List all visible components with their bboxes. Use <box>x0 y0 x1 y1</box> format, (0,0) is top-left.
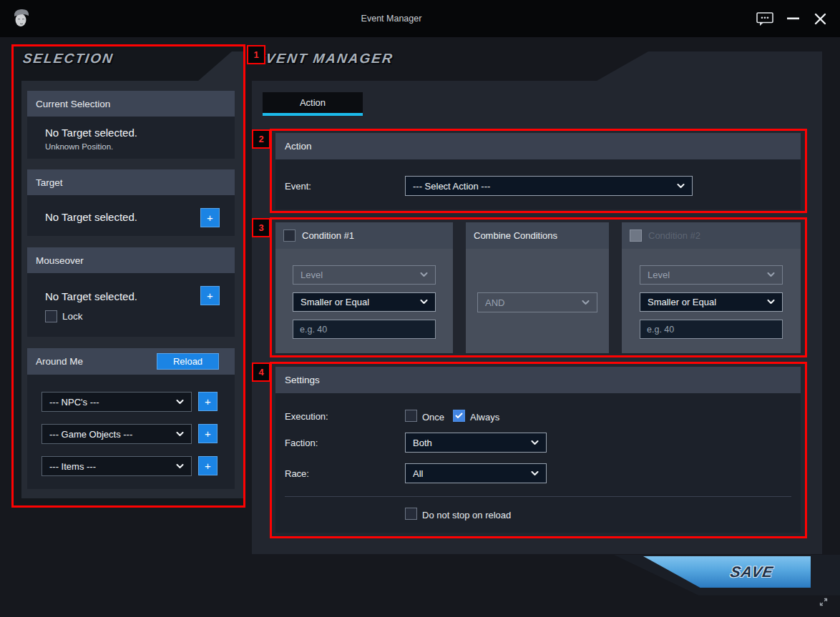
plus-icon: + <box>207 212 213 223</box>
once-label: Once <box>422 412 444 423</box>
chevron-down-icon <box>767 272 775 277</box>
condition-2-field-dropdown: Level <box>640 265 783 285</box>
reload-button[interactable]: Reload <box>157 353 219 370</box>
items-dropdown-value: --- Items --- <box>49 461 96 472</box>
chevron-down-icon <box>176 400 184 405</box>
resize-grip-icon[interactable] <box>819 597 829 609</box>
chevron-down-icon <box>176 464 184 469</box>
app-icon <box>11 7 31 31</box>
target-add-button[interactable]: + <box>200 208 220 227</box>
current-selection-header: Current Selection <box>27 91 235 117</box>
chevron-down-icon <box>176 432 184 437</box>
condition-1-field-value: Level <box>301 270 323 280</box>
annotation-badge-2: 2 <box>252 129 270 149</box>
condition-2-operator-value: Smaller or Equal <box>648 297 716 307</box>
faction-label: Faction: <box>285 438 318 448</box>
combine-operator-value: AND <box>485 297 504 308</box>
plus-icon: + <box>207 290 213 301</box>
chevron-down-icon <box>767 300 775 305</box>
annotation-badge-3: 3 <box>252 218 270 237</box>
chevron-down-icon <box>677 184 685 189</box>
npc-add-button[interactable]: + <box>198 392 218 411</box>
action-section-header: Action <box>275 133 801 159</box>
chevron-down-icon <box>420 300 428 305</box>
condition-1-field-dropdown: Level <box>293 265 436 285</box>
condition-2-header: Condition #2 <box>622 222 801 249</box>
no-stop-checkbox[interactable] <box>405 508 417 520</box>
annotation-badge-4: 4 <box>252 362 270 382</box>
settings-divider <box>285 496 791 497</box>
condition-1-value-input[interactable] <box>293 320 436 339</box>
condition-1-operator-value: Smaller or Equal <box>301 297 369 307</box>
event-dropdown-value: --- Select Action --- <box>413 181 490 192</box>
window-title: Event Manager <box>334 14 449 24</box>
lock-label: Lock <box>62 311 83 322</box>
save-button-label: SAVE <box>729 563 775 581</box>
event-dropdown[interactable]: --- Select Action --- <box>405 176 693 196</box>
condition-1-operator-dropdown[interactable]: Smaller or Equal <box>293 292 436 312</box>
tab-action-label: Action <box>300 97 326 108</box>
tab-action[interactable]: Action <box>263 92 363 116</box>
target-text: No Target selected. <box>45 211 137 223</box>
items-dropdown[interactable]: --- Items --- <box>41 456 192 476</box>
titlebar: Event Manager <box>0 0 840 37</box>
condition-1-label: Condition #1 <box>302 230 354 241</box>
condition-1-header: Condition #1 <box>275 222 453 249</box>
event-label: Event: <box>285 181 311 192</box>
plus-icon: + <box>205 460 211 471</box>
event-manager-title: EVENT MANAGER <box>254 51 394 66</box>
items-add-button[interactable]: + <box>198 456 218 475</box>
mouseover-text: No Target selected. <box>45 290 137 302</box>
game-objects-add-button[interactable]: + <box>198 424 218 443</box>
faction-dropdown-value: Both <box>413 438 432 448</box>
always-label: Always <box>470 412 499 423</box>
chat-icon[interactable] <box>756 11 774 26</box>
game-objects-dropdown[interactable]: --- Game Objects --- <box>41 424 192 444</box>
mouseover-add-button[interactable]: + <box>200 286 220 305</box>
combine-conditions-label: Combine Conditions <box>474 230 557 241</box>
annotation-badge-1: 1 <box>247 45 265 64</box>
chevron-down-icon <box>582 300 590 305</box>
chevron-down-icon <box>531 471 539 476</box>
once-checkbox[interactable] <box>405 410 417 422</box>
race-label: Race: <box>285 468 309 479</box>
combine-conditions-header: Combine Conditions <box>466 222 609 249</box>
race-dropdown-value: All <box>413 468 423 479</box>
no-stop-label: Do not stop on reload <box>422 510 511 520</box>
reload-label: Reload <box>173 356 202 367</box>
lock-checkbox[interactable] <box>45 310 57 322</box>
faction-dropdown[interactable]: Both <box>405 433 547 453</box>
chevron-down-icon <box>531 440 539 445</box>
current-selection-line1: No Target selected. <box>45 127 137 139</box>
settings-section-header: Settings <box>275 367 801 393</box>
target-header: Target <box>27 169 235 195</box>
always-checkbox[interactable] <box>453 410 465 422</box>
plus-icon: + <box>205 396 211 407</box>
close-icon[interactable] <box>811 10 829 27</box>
condition-2-label: Condition #2 <box>648 230 700 241</box>
npc-dropdown-value: --- NPC's --- <box>49 397 99 408</box>
condition-2-field-value: Level <box>648 270 670 280</box>
condition-2-operator-dropdown[interactable]: Smaller or Equal <box>640 292 783 312</box>
combine-operator-dropdown: AND <box>477 292 597 312</box>
minimize-icon[interactable] <box>785 11 801 26</box>
condition-1-checkbox[interactable] <box>283 229 296 242</box>
plus-icon: + <box>205 428 211 439</box>
npc-dropdown[interactable]: --- NPC's --- <box>41 392 192 412</box>
condition-2-checkbox <box>630 229 642 242</box>
chevron-down-icon <box>420 272 428 277</box>
current-selection-line2: Unknown Position. <box>45 142 113 151</box>
selection-panel-title: SELECTION <box>21 51 114 66</box>
check-icon <box>455 413 463 419</box>
execution-label: Execution: <box>285 411 328 422</box>
condition-2-value-input[interactable] <box>640 320 783 339</box>
game-objects-dropdown-value: --- Game Objects --- <box>49 429 132 440</box>
mouseover-header: Mouseover <box>27 247 235 273</box>
race-dropdown[interactable]: All <box>405 463 547 483</box>
